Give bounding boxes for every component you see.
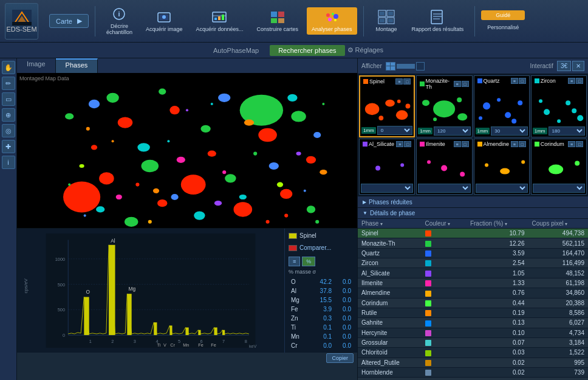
spinel-icon1[interactable]: ≡ [395, 78, 403, 85]
tool-cross[interactable]: ✚ [2, 140, 15, 153]
al-silicate-icon1[interactable]: ≡ [396, 141, 403, 147]
tool-info[interactable]: i [2, 156, 15, 169]
zircon-title: Zircon ≡ □ [533, 77, 585, 85]
phase-table-row[interactable]: Hercynite 0.10 4,734 [358, 328, 588, 337]
tool-circle[interactable]: ◎ [2, 124, 15, 137]
acquire-image-btn[interactable]: Acquérir image [141, 7, 188, 35]
phase-cell-almendine[interactable]: Almendine ≡ □ [474, 139, 530, 195]
corindum-icon2[interactable]: □ [576, 141, 583, 147]
phase-fraction: 0.10 [467, 328, 528, 337]
legend-compare-label[interactable]: Comparer... [299, 244, 331, 251]
table-icon[interactable]: ≡ [289, 257, 300, 266]
phase-table-row[interactable]: Ilmenite 1.33 61,198 [358, 278, 588, 288]
acquire-data-btn[interactable]: Acquérir données... [191, 7, 248, 35]
phases-tab[interactable]: Phases [56, 58, 98, 73]
reglages-tab[interactable]: Réglages [347, 46, 384, 54]
ilmenite-select[interactable] [418, 184, 470, 193]
phase-table-row[interactable]: Gahnite 0.13 6,027 [358, 318, 588, 328]
al-silicate-select[interactable] [361, 184, 413, 193]
phase-name: Altered_Rutile [358, 358, 422, 367]
analyze-phases-btn[interactable]: Analyser phases [307, 7, 357, 35]
phase-name: Ilmenite [358, 278, 422, 288]
phase-table-row[interactable]: Hyperstene 0.01 518 [358, 378, 588, 380]
quartz-select[interactable]: 30 [491, 126, 527, 136]
zircon-icon2[interactable]: □ [576, 78, 583, 84]
copy-button[interactable]: Copier [326, 353, 354, 363]
custom-btn[interactable]: Personnalisé [481, 22, 525, 32]
phase-table-row[interactable]: Zircon 2.54 116,499 [358, 258, 588, 268]
phase-cell-spinel[interactable]: Spinel ≡ □ 1mm [359, 75, 415, 137]
phase-name: Hercynite [358, 328, 422, 337]
guided-btn[interactable]: Guidé [481, 10, 525, 20]
grid-icon[interactable] [416, 62, 425, 71]
phase-color-cell [422, 348, 467, 358]
phase-cell-al-silicate[interactable]: Al_Silicate ≡ □ [359, 139, 415, 195]
phase-cell-corindum[interactable]: Corindum ≡ □ [531, 139, 587, 195]
zircon-icon1[interactable]: ≡ [568, 78, 575, 84]
phase-action-btn2[interactable]: ✕ [572, 61, 584, 71]
zircon-select[interactable]: 180 [549, 126, 585, 136]
monazite-icon1[interactable]: ≡ [454, 81, 461, 87]
phase-action-btn1[interactable]: 3€ [557, 61, 571, 71]
tool-pencil[interactable]: ✏ [2, 77, 15, 90]
grid-2x2-icon[interactable] [386, 62, 395, 71]
svg-text:Cr: Cr [170, 342, 175, 348]
phase-color-cell [422, 238, 467, 248]
ilmenite-icon2[interactable]: □ [462, 141, 469, 147]
col-fraction[interactable]: Fraction (%) [467, 219, 528, 229]
monazite-select[interactable]: 120 [434, 126, 470, 136]
elem-sigma: 0.0 [334, 296, 352, 304]
phase-table-row[interactable]: Almendine 0.76 34,860 [358, 288, 588, 298]
phase-table-row[interactable]: Corindum 0.44 20,388 [358, 298, 588, 308]
col-couleur[interactable]: Couleur [422, 219, 467, 229]
phase-name: Almendine [358, 288, 422, 298]
build-maps-btn[interactable]: Construire cartes [252, 7, 304, 35]
carte-button[interactable]: Carte [49, 14, 89, 28]
phase-table-row[interactable]: Hornblende 0.02 739 [358, 368, 588, 378]
phase-table-row[interactable]: Spinel 10.79 494,738 [358, 229, 588, 238]
corindum-icon1[interactable]: ≡ [568, 141, 575, 147]
spinel-select[interactable]: 0 [377, 126, 412, 135]
phase-name: Gahnite [358, 318, 422, 328]
spinel-title: Spinel ≡ □ [361, 78, 412, 85]
phase-table-row[interactable]: Altered_Rutile 0.02 995 [358, 358, 588, 367]
phase-table-row[interactable]: Monazite-Th 12.26 562,115 [358, 238, 588, 248]
phase-color-cell [422, 278, 467, 288]
montage-icon [378, 10, 395, 24]
phase-table-row[interactable]: Quartz 3.59 164,470 [358, 248, 588, 258]
phase-reduced-button[interactable]: Phases réduites [358, 196, 588, 208]
tool-zoom[interactable]: ⊕ [2, 108, 15, 122]
slider-control[interactable] [397, 64, 415, 69]
spinel-icon2[interactable]: □ [403, 78, 411, 85]
col-coups[interactable]: Coups pixel [528, 219, 588, 229]
phase-table-row[interactable]: Grossular 0.07 3,184 [358, 337, 588, 347]
ilmenite-icon1[interactable]: ≡ [454, 141, 461, 147]
corindum-select[interactable] [533, 184, 585, 193]
col-phase[interactable]: Phase [358, 219, 422, 229]
montage-btn[interactable]: Montage [370, 7, 403, 35]
tool-hand[interactable]: ✋ [2, 61, 15, 74]
describe-btn[interactable]: i Décrire échantillon [101, 4, 137, 38]
auto-phase-map-tab[interactable]: AutoPhaseMap [205, 45, 267, 56]
rechercher-phases-tab[interactable]: Rechercher phases [270, 45, 344, 56]
phase-cell-ilmenite[interactable]: Ilmenite ≡ □ [416, 139, 472, 195]
quartz-icon1[interactable]: ≡ [511, 78, 518, 84]
report-btn[interactable]: Rapport des résultats [407, 7, 469, 35]
image-tab[interactable]: Image [17, 58, 56, 73]
al-silicate-icon2[interactable]: □ [404, 141, 411, 147]
phase-cell-quartz[interactable]: Quartz ≡ □ 1mm [474, 75, 530, 137]
phase-table-row[interactable]: Al_Silicate 1.05 48,152 [358, 268, 588, 278]
phase-cell-monazite[interactable]: Monazite-Th ≡ □ 1mm [416, 75, 472, 137]
phase-cell-zircon[interactable]: Zircon ≡ □ 1mm [531, 75, 587, 137]
svg-rect-32 [431, 10, 442, 24]
phase-name: Grossular [358, 337, 422, 347]
almendine-icon2[interactable]: □ [519, 141, 526, 147]
monazite-icon2[interactable]: □ [462, 81, 469, 87]
tool-rect[interactable]: ▭ [2, 92, 15, 106]
phase-table-row[interactable]: Chloritoïd 0.03 1,522 [358, 348, 588, 358]
phase-table-row[interactable]: Rutile 0.19 8,586 [358, 308, 588, 317]
almendine-icon1[interactable]: ≡ [511, 141, 518, 147]
almendine-select[interactable] [476, 184, 528, 193]
quartz-icon2[interactable]: □ [519, 78, 526, 84]
percent-mode-icon[interactable]: % [302, 257, 315, 266]
